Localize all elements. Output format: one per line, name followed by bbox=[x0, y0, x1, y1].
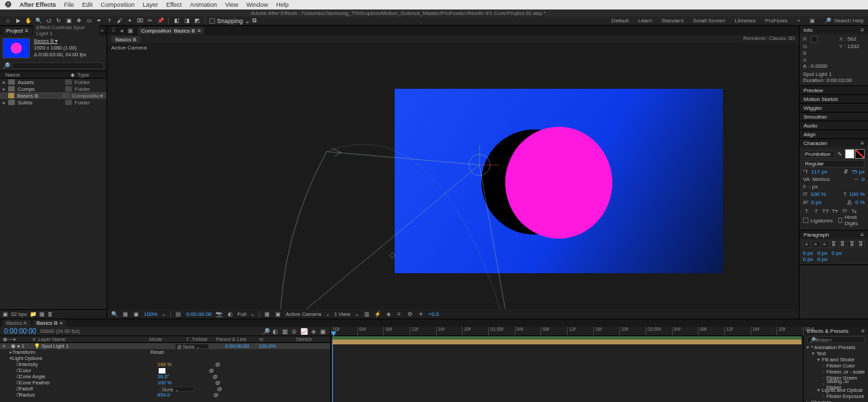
effects-tree-item[interactable]: ▾* Animation Presets bbox=[806, 344, 865, 350]
pickwhip-icon[interactable]: @ bbox=[209, 367, 214, 374]
effects-tree-item[interactable]: ▾Text bbox=[806, 350, 865, 357]
panel-info[interactable]: Info≡ bbox=[800, 26, 868, 34]
brush-tool-icon[interactable]: 🖌 bbox=[116, 17, 123, 24]
panel-smoother[interactable]: Smoother bbox=[800, 113, 868, 121]
menu-animation[interactable]: Animation bbox=[190, 1, 217, 8]
align-center-icon[interactable]: ≡ bbox=[812, 241, 819, 248]
effects-tree-item[interactable]: ▫Flicker Exposure bbox=[806, 393, 865, 399]
menu-effect[interactable]: Effect bbox=[166, 1, 182, 8]
back-icon[interactable]: ◂ bbox=[120, 27, 123, 34]
layer-row-transform[interactable]: ▸TransformReset bbox=[0, 349, 330, 355]
panel-motion-sketch[interactable]: Motion Sketch bbox=[800, 95, 868, 103]
new-comp-icon[interactable]: ▦ bbox=[39, 311, 45, 317]
composition-viewport[interactable] bbox=[107, 52, 799, 309]
search-icon[interactable]: 🔎 bbox=[262, 328, 269, 335]
clone-tool-icon[interactable]: ✦ bbox=[126, 17, 134, 24]
panel-grip-icon[interactable]: ⠿ bbox=[111, 27, 116, 34]
menu-file[interactable]: File bbox=[64, 1, 75, 8]
indent-right[interactable]: 0 px bbox=[831, 250, 842, 256]
draft3d-icon[interactable]: ◈ bbox=[310, 328, 317, 335]
eyedropper-icon[interactable]: ✎ bbox=[837, 151, 842, 157]
panel-menu-icon[interactable]: ≡ bbox=[861, 27, 864, 33]
justify-right-icon[interactable]: ≣ bbox=[848, 241, 855, 248]
view-axis-icon[interactable]: ◩ bbox=[193, 17, 201, 24]
indent-first[interactable]: 0 px bbox=[817, 250, 827, 256]
timeline-track-area[interactable]: 00f04f08f12f16f20f01:00f04f08f12f16f20f0… bbox=[331, 327, 803, 402]
graph-icon[interactable]: 📈 bbox=[300, 328, 307, 335]
hand-tool-icon[interactable]: ✋ bbox=[24, 17, 32, 24]
effects-tree-item[interactable]: ▫Flicker Color bbox=[806, 363, 865, 369]
current-timecode[interactable]: 0:00:00:00 bbox=[4, 327, 36, 335]
project-row-assets[interactable]: ▸AssetsFolder bbox=[0, 79, 106, 85]
search-icon[interactable]: 🔎 bbox=[3, 62, 10, 69]
label-col-icon[interactable]: ◆ bbox=[68, 72, 77, 78]
justify-left-icon[interactable]: ≣ bbox=[830, 241, 837, 248]
puppet-tool-icon[interactable]: 📌 bbox=[157, 17, 164, 24]
prop-falloff[interactable]: ÖFalloffNone ⌄@ bbox=[0, 386, 330, 392]
comp-breadcrumb[interactable]: Composition Basics B ≡ bbox=[138, 27, 204, 35]
col-mode[interactable]: Mode bbox=[149, 336, 183, 342]
new-folder-icon[interactable]: 📁 bbox=[30, 311, 37, 317]
panel-audio[interactable]: Audio bbox=[800, 121, 868, 129]
flowchart-icon[interactable]: ⚙ bbox=[407, 311, 414, 317]
zoom-dropdown[interactable]: 100% bbox=[144, 311, 157, 317]
pixel-aspect-icon[interactable]: ▥ bbox=[363, 311, 370, 317]
effects-tree-item[interactable]: ▫Sliding..or Flicker bbox=[806, 381, 865, 387]
ligatures-checkbox[interactable]: Ligatures bbox=[803, 218, 833, 224]
bold-icon[interactable]: T bbox=[803, 207, 810, 214]
subscript-icon[interactable]: T₁ bbox=[850, 207, 858, 214]
col-stretch[interactable]: Stretch bbox=[296, 336, 312, 342]
app-name[interactable]: After Effects bbox=[20, 1, 56, 8]
apple-icon[interactable]: 🅐 bbox=[5, 1, 12, 8]
chevron-icon[interactable]: ⌄ bbox=[355, 311, 359, 317]
panel-wiggler[interactable]: Wiggler bbox=[800, 104, 868, 112]
align-left-icon[interactable]: ≡ bbox=[803, 241, 810, 248]
camera-dropdown[interactable]: Active Camera bbox=[285, 311, 321, 317]
layer-row-light-options[interactable]: ▾Light Options bbox=[0, 355, 330, 361]
views-dropdown[interactable]: 1 View bbox=[334, 311, 351, 317]
close-icon[interactable]: ≡ bbox=[25, 28, 28, 34]
col-num[interactable]: # bbox=[33, 336, 35, 342]
timeline-tab-a[interactable]: Basics A bbox=[3, 319, 31, 327]
effects-tree-item[interactable]: ▸Obsolete bbox=[806, 399, 865, 402]
pickwhip-icon[interactable]: @ bbox=[213, 374, 218, 380]
frameblend-icon[interactable]: ▦ bbox=[281, 328, 288, 335]
font-size[interactable]: 117 px bbox=[811, 169, 827, 175]
exposure-value[interactable]: +0.0 bbox=[429, 311, 439, 317]
align-right-icon[interactable]: ≡ bbox=[821, 241, 829, 248]
snapshot-icon[interactable]: 📷 bbox=[216, 311, 222, 317]
project-row-comps[interactable]: ▸CompsFolder bbox=[0, 85, 106, 92]
panel-menu-icon[interactable]: ≡ bbox=[861, 232, 864, 238]
indent-left[interactable]: 0 px bbox=[803, 250, 813, 256]
baseline[interactable]: 0 px bbox=[811, 199, 821, 205]
leading[interactable]: 75 px bbox=[851, 169, 865, 175]
panel-character[interactable]: Character≡ bbox=[800, 139, 868, 147]
menu-view[interactable]: View bbox=[225, 1, 238, 8]
world-axis-icon[interactable]: ◨ bbox=[183, 17, 191, 24]
trash-icon[interactable]: 🗑 bbox=[47, 311, 53, 317]
panel-menu-icon[interactable]: ≡ bbox=[861, 328, 865, 334]
justify-all-icon[interactable]: ≣ bbox=[857, 241, 865, 248]
shy-icon[interactable]: ◐ bbox=[272, 328, 279, 335]
workspace-proflows[interactable]: ProFlows bbox=[765, 18, 787, 24]
region-icon[interactable]: ▣ bbox=[275, 311, 281, 317]
roto-tool-icon[interactable]: ✂ bbox=[146, 17, 154, 24]
font-weight-dropdown[interactable]: Regular bbox=[803, 160, 865, 167]
effects-tree-item[interactable]: ▾Lights and Optical bbox=[806, 387, 865, 393]
space-before[interactable]: 0 px bbox=[803, 256, 813, 262]
pickwhip-icon[interactable]: @ bbox=[217, 386, 222, 392]
workspace-small[interactable]: Small Screen bbox=[693, 18, 726, 24]
effects-tree-item[interactable]: ▾Fill and Stroke bbox=[806, 357, 865, 363]
workspace-default[interactable]: Default bbox=[612, 18, 629, 24]
selection-tool-icon[interactable]: ▶ bbox=[14, 17, 22, 24]
resolution-icon[interactable]: ▤ bbox=[175, 311, 182, 317]
allcaps-icon[interactable]: TT bbox=[822, 207, 829, 214]
fill-swatch[interactable] bbox=[845, 149, 854, 159]
panel-paragraph[interactable]: Paragraph≡ bbox=[800, 230, 868, 239]
timeline-tab-b[interactable]: Basics B × bbox=[33, 319, 66, 327]
menu-help[interactable]: Help bbox=[276, 1, 289, 8]
pickwhip-icon[interactable]: @ bbox=[215, 380, 220, 386]
layer-duration-bar[interactable] bbox=[332, 340, 802, 344]
menu-layer[interactable]: Layer bbox=[143, 1, 159, 8]
menu-composition[interactable]: Composition bbox=[101, 1, 135, 8]
